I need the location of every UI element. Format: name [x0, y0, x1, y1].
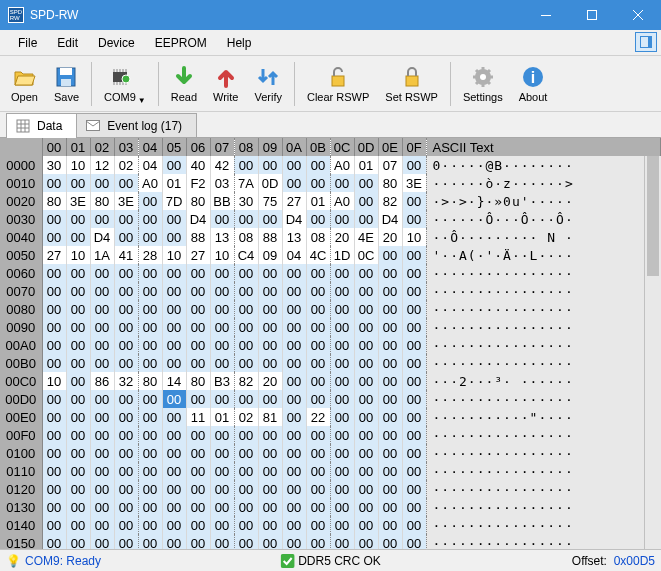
hex-byte[interactable]: 10: [162, 246, 186, 264]
hex-byte[interactable]: 82: [234, 372, 258, 390]
hex-byte[interactable]: 00: [402, 390, 426, 408]
hex-byte[interactable]: 00: [378, 390, 402, 408]
hex-byte[interactable]: 00: [330, 300, 354, 318]
hex-byte[interactable]: 00: [90, 480, 114, 498]
hex-byte[interactable]: 00: [114, 210, 138, 228]
hex-byte[interactable]: 1D: [330, 246, 354, 264]
hex-byte[interactable]: 1A: [90, 246, 114, 264]
hex-byte[interactable]: 00: [258, 282, 282, 300]
menu-edit[interactable]: Edit: [47, 33, 88, 53]
hex-byte[interactable]: 00: [42, 282, 66, 300]
hex-byte[interactable]: 00: [234, 354, 258, 372]
hex-byte[interactable]: 00: [162, 228, 186, 246]
hex-byte[interactable]: 00: [330, 264, 354, 282]
hex-byte[interactable]: 00: [114, 498, 138, 516]
hex-byte[interactable]: 00: [162, 264, 186, 282]
hex-byte[interactable]: 00: [402, 318, 426, 336]
hex-byte[interactable]: D4: [378, 210, 402, 228]
hex-byte[interactable]: 00: [186, 390, 210, 408]
hex-byte[interactable]: 00: [282, 264, 306, 282]
hex-byte[interactable]: 00: [378, 300, 402, 318]
hex-byte[interactable]: 00: [354, 318, 378, 336]
hex-byte[interactable]: 00: [114, 390, 138, 408]
hex-byte[interactable]: 00: [186, 516, 210, 534]
hex-byte[interactable]: 00: [114, 444, 138, 462]
hex-byte[interactable]: D4: [282, 210, 306, 228]
hex-byte[interactable]: 00: [306, 372, 330, 390]
hex-byte[interactable]: 00: [378, 246, 402, 264]
hex-byte[interactable]: 03: [210, 174, 234, 192]
hex-byte[interactable]: A0: [138, 174, 162, 192]
hex-byte[interactable]: 00: [210, 390, 234, 408]
hex-byte[interactable]: 00: [234, 480, 258, 498]
hex-byte[interactable]: 00: [162, 318, 186, 336]
hex-byte[interactable]: 00: [42, 444, 66, 462]
hex-byte[interactable]: 00: [282, 534, 306, 549]
hex-byte[interactable]: 00: [42, 426, 66, 444]
set-rswp-button[interactable]: Set RSWP: [378, 58, 445, 110]
scrollbar-thumb[interactable]: [647, 156, 659, 276]
hex-byte[interactable]: 00: [90, 210, 114, 228]
hex-byte[interactable]: 00: [402, 300, 426, 318]
hex-byte[interactable]: 00: [186, 462, 210, 480]
hex-byte[interactable]: 00: [378, 426, 402, 444]
close-button[interactable]: [615, 0, 661, 30]
hex-byte[interactable]: 00: [306, 300, 330, 318]
hex-byte[interactable]: 00: [258, 444, 282, 462]
hex-byte[interactable]: 00: [138, 516, 162, 534]
hex-byte[interactable]: 00: [66, 210, 90, 228]
hex-byte[interactable]: 00: [282, 480, 306, 498]
ascii-text[interactable]: ···2···³· ······: [426, 372, 661, 390]
hex-byte[interactable]: 00: [378, 480, 402, 498]
hex-byte[interactable]: 80: [186, 372, 210, 390]
hex-byte[interactable]: 00: [90, 534, 114, 549]
hex-byte[interactable]: 00: [210, 516, 234, 534]
hex-byte[interactable]: 08: [234, 228, 258, 246]
hex-byte[interactable]: 00: [90, 462, 114, 480]
hex-byte[interactable]: 00: [330, 354, 354, 372]
hex-byte[interactable]: 00: [378, 498, 402, 516]
hex-byte[interactable]: 00: [378, 516, 402, 534]
hex-byte[interactable]: 00: [354, 372, 378, 390]
hex-byte[interactable]: 00: [42, 318, 66, 336]
hex-byte[interactable]: 32: [114, 372, 138, 390]
hex-byte[interactable]: 00: [138, 408, 162, 426]
hex-byte[interactable]: 00: [234, 390, 258, 408]
hex-byte[interactable]: 00: [90, 498, 114, 516]
hex-byte[interactable]: 00: [234, 156, 258, 174]
hex-byte[interactable]: 00: [378, 354, 402, 372]
hex-byte[interactable]: 01: [210, 408, 234, 426]
hex-byte[interactable]: 00: [234, 444, 258, 462]
ascii-text[interactable]: ···········"····: [426, 408, 661, 426]
menu-file[interactable]: File: [8, 33, 47, 53]
hex-byte[interactable]: 00: [258, 156, 282, 174]
hex-byte[interactable]: 00: [282, 498, 306, 516]
hex-byte[interactable]: 00: [114, 534, 138, 549]
hex-byte[interactable]: 7D: [162, 192, 186, 210]
hex-byte[interactable]: 00: [282, 318, 306, 336]
hex-byte[interactable]: 00: [138, 462, 162, 480]
hex-byte[interactable]: 80: [186, 192, 210, 210]
hex-byte[interactable]: 00: [162, 534, 186, 549]
ascii-text[interactable]: ······Ô···Ô···Ô·: [426, 210, 661, 228]
hex-byte[interactable]: 00: [306, 156, 330, 174]
hex-byte[interactable]: 00: [210, 462, 234, 480]
hex-byte[interactable]: 00: [66, 372, 90, 390]
hex-byte[interactable]: 00: [354, 480, 378, 498]
maximize-button[interactable]: [569, 0, 615, 30]
settings-button[interactable]: Settings: [456, 58, 510, 110]
hex-byte[interactable]: 00: [306, 444, 330, 462]
hex-byte[interactable]: 00: [378, 282, 402, 300]
hex-byte[interactable]: 75: [258, 192, 282, 210]
hex-byte[interactable]: 00: [162, 282, 186, 300]
hex-byte[interactable]: 00: [330, 318, 354, 336]
write-button[interactable]: Write: [206, 58, 245, 110]
hex-byte[interactable]: 00: [282, 282, 306, 300]
menu-panel-button[interactable]: [635, 32, 657, 52]
hex-byte[interactable]: 20: [378, 228, 402, 246]
hex-byte[interactable]: 40: [186, 156, 210, 174]
hex-byte[interactable]: 00: [402, 156, 426, 174]
hex-byte[interactable]: 00: [114, 462, 138, 480]
hex-byte[interactable]: 00: [90, 390, 114, 408]
hex-byte[interactable]: 00: [66, 480, 90, 498]
